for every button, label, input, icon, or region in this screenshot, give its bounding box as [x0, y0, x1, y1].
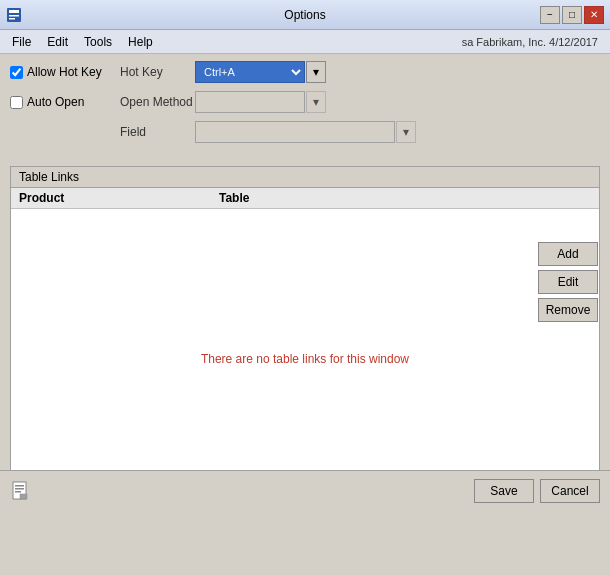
open-method-arrow: ▾ [306, 91, 326, 113]
hot-key-field-label: Hot Key [120, 65, 195, 79]
svg-rect-7 [15, 491, 21, 493]
open-method-arrow-icon: ▾ [313, 95, 319, 109]
col-product-header: Product [19, 191, 219, 205]
bottom-bar: Save Cancel [0, 470, 610, 510]
content-wrapper: Allow Hot Key Hot Key Ctrl+A ▾ Auto Open… [0, 54, 610, 510]
auto-open-label[interactable]: Auto Open [10, 95, 120, 109]
field-arrow-icon: ▾ [403, 125, 409, 139]
title-bar: Options − □ ✕ [0, 0, 610, 30]
table-links-body: There are no table links for this window [11, 209, 599, 509]
svg-rect-1 [9, 10, 19, 13]
col-table-header: Table [219, 191, 591, 205]
document-icon [11, 481, 33, 501]
window-title: Options [284, 8, 325, 22]
svg-rect-2 [9, 15, 19, 17]
title-bar-left [6, 7, 22, 23]
app-icon [6, 7, 22, 23]
hot-key-select[interactable]: Ctrl+A [195, 61, 305, 83]
allow-hot-key-row: Allow Hot Key Hot Key Ctrl+A ▾ [10, 60, 600, 84]
options-area: Allow Hot Key Hot Key Ctrl+A ▾ Auto Open… [0, 54, 610, 158]
field-arrow: ▾ [396, 121, 416, 143]
no-links-message: There are no table links for this window [201, 352, 409, 366]
remove-button[interactable]: Remove [538, 298, 598, 322]
svg-rect-5 [15, 485, 24, 487]
cancel-button[interactable]: Cancel [540, 479, 600, 503]
open-method-label: Open Method [120, 95, 195, 109]
restore-button[interactable]: □ [562, 6, 582, 24]
svg-marker-8 [20, 494, 27, 499]
window-controls: − □ ✕ [540, 6, 604, 24]
hot-key-dropdown-arrow[interactable]: ▾ [306, 61, 326, 83]
right-buttons: Add Edit Remove [538, 242, 598, 322]
table-links-col-header: Product Table [11, 188, 599, 209]
allow-hot-key-label[interactable]: Allow Hot Key [10, 65, 120, 79]
table-links-header: Table Links [11, 167, 599, 188]
user-info: sa Fabrikam, Inc. 4/12/2017 [462, 36, 606, 48]
add-button[interactable]: Add [538, 242, 598, 266]
menu-bar: File Edit Tools Help sa Fabrikam, Inc. 4… [0, 30, 610, 54]
menu-edit[interactable]: Edit [39, 33, 76, 51]
allow-hot-key-checkbox[interactable] [10, 66, 23, 79]
hot-key-arrow-icon: ▾ [313, 65, 319, 79]
bottom-buttons: Save Cancel [474, 479, 600, 503]
save-button[interactable]: Save [474, 479, 534, 503]
open-method-select [195, 91, 305, 113]
bottom-left-icon[interactable] [10, 479, 34, 503]
minimize-button[interactable]: − [540, 6, 560, 24]
auto-open-text: Auto Open [27, 95, 84, 109]
table-links-section: Table Links Product Table There are no t… [10, 166, 600, 510]
field-label: Field [120, 125, 195, 139]
menu-help[interactable]: Help [120, 33, 161, 51]
allow-hot-key-text: Allow Hot Key [27, 65, 102, 79]
edit-button[interactable]: Edit [538, 270, 598, 294]
menu-file[interactable]: File [4, 33, 39, 51]
auto-open-row: Auto Open Open Method ▾ [10, 90, 600, 114]
svg-rect-3 [9, 18, 15, 20]
field-select [195, 121, 395, 143]
menu-tools[interactable]: Tools [76, 33, 120, 51]
svg-rect-6 [15, 488, 24, 490]
auto-open-checkbox[interactable] [10, 96, 23, 109]
field-row: Field ▾ [120, 120, 600, 144]
close-button[interactable]: ✕ [584, 6, 604, 24]
